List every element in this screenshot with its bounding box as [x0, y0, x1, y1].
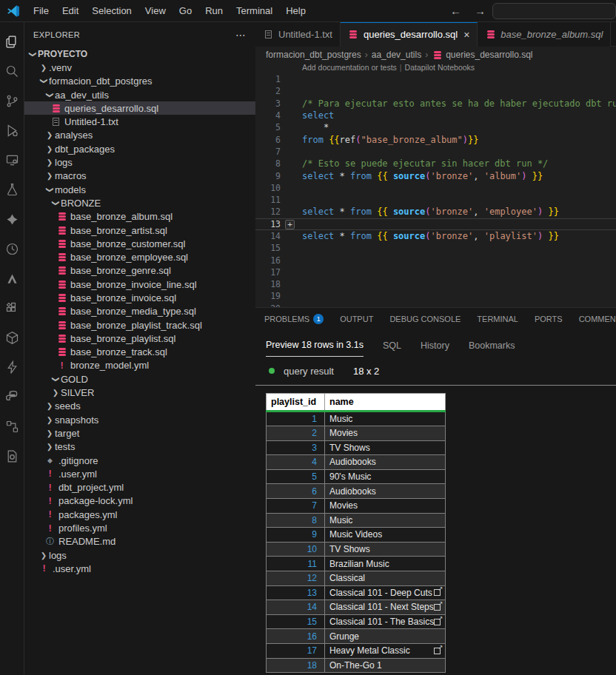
- menu-item-selection[interactable]: Selection: [85, 0, 138, 21]
- cell-playlist-id[interactable]: 14: [267, 600, 325, 615]
- activity-item-testing[interactable]: [0, 175, 24, 204]
- activity-item-containers[interactable]: [0, 323, 24, 352]
- column-header-name[interactable]: name: [325, 394, 446, 412]
- menu-item-go[interactable]: Go: [173, 0, 198, 21]
- menu-item-view[interactable]: View: [138, 0, 173, 21]
- breadcrumb-item[interactable]: aa_dev_utils: [372, 50, 421, 60]
- activity-item-project-explorer[interactable]: [0, 412, 24, 441]
- cell-playlist-id[interactable]: 7: [267, 498, 325, 513]
- menu-item-edit[interactable]: Edit: [56, 0, 85, 21]
- tree-folder-aa-dev-utils[interactable]: ❯aa_dev_utils: [24, 88, 255, 101]
- cell-playlist-id[interactable]: 8: [267, 513, 325, 528]
- menu-item-run[interactable]: Run: [198, 0, 230, 21]
- breadcrumb-item-file[interactable]: queries_desarrollo.sql: [446, 50, 532, 60]
- tree-file-base-bronze-track-sql[interactable]: base_bronze_track.sql: [24, 346, 255, 359]
- tree-file-base-bronze-media-type-sql[interactable]: base_bronze_media_type.sql: [24, 305, 255, 318]
- editor-tab-base-bronze-album-sql[interactable]: base_bronze_album.sql: [478, 22, 611, 47]
- menu-item-file[interactable]: File: [27, 0, 56, 21]
- activity-item-thunder-client[interactable]: [0, 352, 24, 382]
- activity-item-run-config[interactable]: [0, 441, 24, 471]
- panel-tab-comments[interactable]: COMMENTS: [579, 308, 616, 330]
- cell-playlist-id[interactable]: 9: [267, 528, 325, 543]
- cell-playlist-id[interactable]: 11: [267, 557, 325, 571]
- tree-file-base-bronze-album-sql[interactable]: base_bronze_album.sql: [24, 210, 255, 224]
- cell-name[interactable]: Brazilian Music: [325, 557, 446, 571]
- close-icon[interactable]: ×: [463, 30, 469, 40]
- tree-file-base-bronze-playlist-track-sql[interactable]: base_bronze_playlist_track.sql: [24, 318, 255, 332]
- menu-item-help[interactable]: Help: [279, 0, 312, 21]
- cell-name[interactable]: On-The-Go 1: [325, 658, 446, 673]
- external-link-icon[interactable]: [434, 648, 441, 654]
- editor-tab-queries-desarrollo-sql[interactable]: queries_desarrollo.sql×: [341, 22, 478, 47]
- external-link-icon[interactable]: [434, 619, 441, 625]
- command-center-search-input[interactable]: [492, 3, 616, 19]
- panel-tab-debug-console[interactable]: DEBUG CONSOLE: [389, 308, 461, 330]
- cell-name[interactable]: Classical 101 - Deep Cuts: [325, 585, 446, 600]
- tree-file-base-bronze-genre-sql[interactable]: base_bronze_genre.sql: [24, 264, 255, 278]
- cell-name[interactable]: Audiobooks: [325, 484, 446, 499]
- cell-playlist-id[interactable]: 15: [267, 614, 325, 629]
- activity-item-history[interactable]: [0, 234, 24, 263]
- breadcrumb-item[interactable]: formacion_dbt_postgres: [266, 50, 361, 60]
- activity-item-source-control[interactable]: [0, 86, 24, 115]
- tree-file-untitled-1-txt[interactable]: Untitled-1.txt: [24, 115, 255, 128]
- tree-file-package-lock-yml[interactable]: !package-lock.yml: [24, 494, 255, 508]
- editor-tab-untitled-1-txt[interactable]: Untitled-1.txt: [255, 22, 341, 47]
- add-query-button[interactable]: +: [285, 220, 295, 229]
- cell-name[interactable]: Music: [325, 412, 446, 426]
- tree-folder-dbt-packages[interactable]: ❯dbt_packages: [24, 142, 255, 155]
- panel-tab-ports[interactable]: PORTS: [535, 308, 563, 330]
- external-link-icon[interactable]: [434, 589, 441, 596]
- cell-playlist-id[interactable]: 10: [267, 542, 325, 557]
- tree-file--user-yml[interactable]: !.user.yml: [24, 562, 255, 575]
- nav-forward-icon[interactable]: →: [468, 4, 492, 17]
- cell-name[interactable]: Audiobooks: [325, 455, 446, 470]
- cell-playlist-id[interactable]: 6: [267, 484, 325, 499]
- cell-playlist-id[interactable]: 18: [267, 658, 325, 673]
- tree-folder-seeds[interactable]: ❯seeds: [24, 400, 255, 413]
- tree-folder-gold[interactable]: ❯GOLD: [24, 372, 255, 386]
- panel-tab-problems[interactable]: PROBLEMS1: [264, 308, 324, 330]
- tree-folder-target[interactable]: ❯target: [24, 426, 255, 440]
- cell-name[interactable]: Music Videos: [325, 528, 446, 543]
- panel-tab-terminal[interactable]: TERMINAL: [477, 308, 518, 330]
- cell-name[interactable]: Classical 101 - Next Steps: [325, 600, 446, 615]
- cell-playlist-id[interactable]: 5: [267, 469, 325, 484]
- activity-item-remote-explorer[interactable]: [0, 145, 24, 175]
- cell-playlist-id[interactable]: 2: [267, 426, 325, 441]
- tree-folder-snapshots[interactable]: ❯snapshots: [24, 413, 255, 426]
- activity-item-python[interactable]: [0, 382, 24, 412]
- column-header-playlist_id[interactable]: playlist_id: [267, 394, 325, 412]
- cell-name[interactable]: 90's Music: [325, 469, 446, 484]
- results-subtab-preview-18-rows-in-3-1s[interactable]: Preview 18 rows in 3.1s: [266, 340, 364, 357]
- cell-playlist-id[interactable]: 3: [267, 440, 325, 455]
- tree-folder-analyses[interactable]: ❯analyses: [24, 129, 255, 142]
- tree-file-base-bronze-playlist-sql[interactable]: base_bronze_playlist.sql: [24, 332, 255, 345]
- tree-file-packages-yml[interactable]: !packages.yml: [24, 508, 255, 521]
- tree-file--user-yml[interactable]: !.user.yml: [24, 467, 255, 480]
- tree-folder-logs[interactable]: ❯logs: [24, 155, 255, 169]
- tree-file--gitignore[interactable]: ◆.gitignore: [24, 454, 255, 467]
- tree-file-profiles-yml[interactable]: !profiles.yml: [24, 521, 255, 534]
- cell-name[interactable]: Classical 101 - The Basics: [325, 614, 446, 629]
- tree-file-base-bronze-employee-sql[interactable]: base_bronze_employee.sql: [24, 250, 255, 263]
- results-subtab-history[interactable]: History: [421, 340, 449, 357]
- codelens-link[interactable]: Datapilot Notebooks: [405, 63, 475, 72]
- external-link-icon[interactable]: [434, 604, 441, 611]
- cell-playlist-id[interactable]: 4: [267, 455, 325, 470]
- cell-playlist-id[interactable]: 1: [267, 412, 325, 426]
- tree-file-dbt-project-yml[interactable]: !dbt_project.yml: [24, 481, 255, 494]
- cell-name[interactable]: Movies: [325, 426, 446, 441]
- tree-file-readme-md[interactable]: ⓘREADME.md: [24, 535, 255, 548]
- tree-folder--venv[interactable]: ❯.venv: [24, 61, 255, 74]
- nav-back-icon[interactable]: ←: [443, 4, 468, 17]
- tree-file-base-bronze-customer-sql[interactable]: base_bronze_customer.sql: [24, 237, 255, 250]
- tree-folder-tests[interactable]: ❯tests: [24, 440, 255, 454]
- tree-file-base-bronze-invoice-line-sql[interactable]: base_bronze_invoice_line.sql: [24, 278, 255, 291]
- activity-item-dbt[interactable]: [0, 204, 24, 234]
- tree-folder-logs[interactable]: ❯logs: [24, 548, 255, 562]
- cell-name[interactable]: Movies: [325, 498, 446, 513]
- tree-folder-formacion-dbt-postgres[interactable]: ❯formacion_dbt_postgres: [24, 75, 255, 88]
- cell-name[interactable]: TV Shows: [325, 542, 446, 557]
- activity-item-extensions[interactable]: [0, 293, 24, 323]
